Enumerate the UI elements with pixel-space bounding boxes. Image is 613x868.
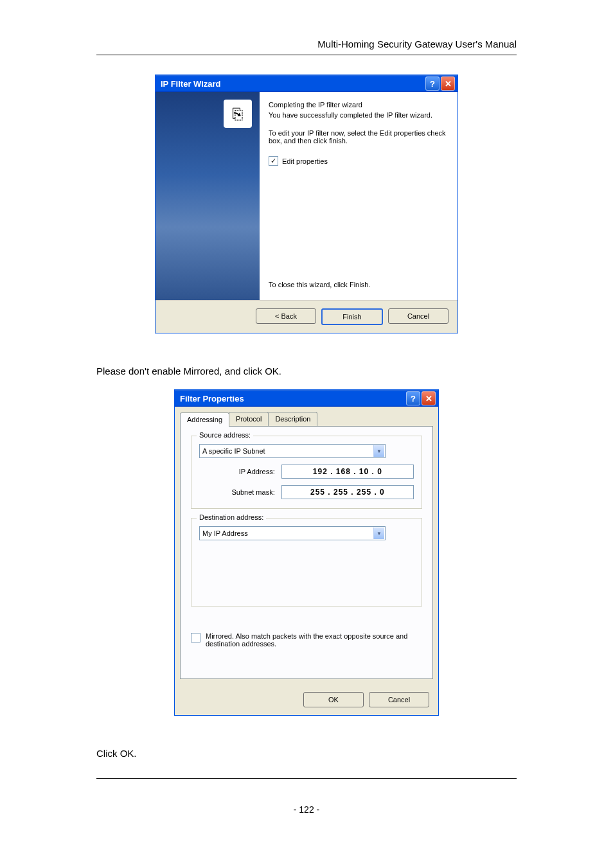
- wizard-close-text: To close this wizard, click Finish.: [269, 281, 370, 288]
- chevron-down-icon: ▼: [373, 527, 384, 539]
- mirrored-checkbox[interactable]: [191, 633, 200, 642]
- page-header: Multi-Homing Security Gateway User's Man…: [96, 39, 517, 49]
- edit-properties-label: Edit properties: [282, 157, 328, 165]
- help-button[interactable]: ?: [406, 391, 420, 405]
- source-dropdown-value: A specific IP Subnet: [202, 447, 265, 455]
- destination-address-dropdown[interactable]: My IP Address ▼: [199, 526, 386, 540]
- help-button[interactable]: ?: [425, 76, 440, 91]
- wizard-instruction: To edit your IP filter now, select the E…: [269, 129, 446, 145]
- destination-legend: Destination address:: [197, 513, 266, 521]
- tab-description[interactable]: Description: [268, 412, 317, 426]
- titlebar-text: Filter Properties: [180, 394, 406, 403]
- footer-divider: [96, 778, 517, 779]
- source-address-group: Source address: A specific IP Subnet ▼ I…: [191, 436, 422, 509]
- wizard-subtext: You have successfully completed the IP f…: [269, 111, 446, 119]
- destination-dropdown-value: My IP Address: [202, 529, 248, 537]
- wizard-heading: Completing the IP filter wizard: [269, 101, 446, 109]
- tab-protocol[interactable]: Protocol: [229, 412, 269, 426]
- cancel-button[interactable]: Cancel: [388, 308, 449, 324]
- finish-button[interactable]: Finish: [321, 308, 383, 325]
- titlebar-text: IP Filter Wizard: [161, 79, 425, 89]
- chevron-down-icon: ▼: [373, 445, 384, 457]
- ip-address-field[interactable]: 192 . 168 . 10 . 0: [281, 465, 414, 479]
- ip-filter-wizard-dialog: IP Filter Wizard ? ✕ ⎘ Completing the IP…: [155, 75, 458, 333]
- subnet-mask-field[interactable]: 255 . 255 . 255 . 0: [281, 485, 414, 499]
- back-button[interactable]: < Back: [256, 308, 316, 324]
- page-number: - 122 -: [96, 804, 517, 815]
- close-button[interactable]: ✕: [422, 391, 436, 405]
- source-legend: Source address:: [197, 431, 253, 439]
- header-divider: [96, 55, 517, 55]
- edit-properties-checkbox[interactable]: ✓: [269, 156, 278, 166]
- wizard-sidebar-image: ⎘: [155, 92, 260, 300]
- tab-strip: Addressing Protocol Description: [175, 407, 438, 426]
- subnet-mask-label: Subnet mask:: [199, 488, 281, 496]
- destination-address-group: Destination address: My IP Address ▼: [191, 518, 422, 607]
- source-address-dropdown[interactable]: A specific IP Subnet ▼: [199, 444, 386, 458]
- cancel-button[interactable]: Cancel: [369, 692, 429, 707]
- tab-panel: Source address: A specific IP Subnet ▼ I…: [180, 426, 433, 679]
- titlebar: Filter Properties ? ✕: [175, 390, 438, 407]
- close-button[interactable]: ✕: [441, 76, 455, 91]
- instruction-text-2: Click OK.: [96, 748, 517, 759]
- ok-button[interactable]: OK: [303, 692, 364, 707]
- tab-addressing[interactable]: Addressing: [180, 412, 229, 427]
- filter-properties-dialog: Filter Properties ? ✕ Addressing Protoco…: [174, 389, 439, 716]
- mirrored-label: Mirrored. Also match packets with the ex…: [206, 632, 422, 648]
- wizard-banner-icon: ⎘: [224, 100, 252, 128]
- ip-address-label: IP Address:: [199, 468, 281, 475]
- instruction-text-1: Please don't enable Mirrored, and click …: [96, 366, 517, 376]
- titlebar: IP Filter Wizard ? ✕: [155, 75, 458, 92]
